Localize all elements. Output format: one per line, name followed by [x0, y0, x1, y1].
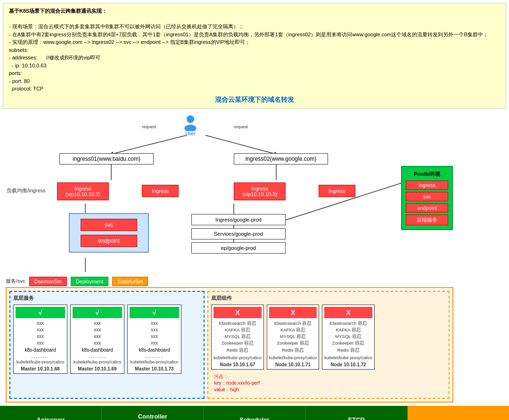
svg-point-12: [187, 115, 194, 123]
info-box: 基于K8S场景下的混合云跨集群通讯实现： - 现有场景：混合云模式下的多套集群其…: [3, 3, 506, 109]
info-line4: - 实现的原理：www.google.com --> ingress02 -->…: [9, 39, 250, 45]
worker-nodes-row: X Elasticsearch 容忍 KAFKA 容忍 MYSQL 容忍 Zoo…: [211, 305, 446, 370]
diagram-title: 混合云某环境下的域名转发: [9, 95, 500, 105]
request-label-2: request: [234, 124, 248, 129]
info-line1: [9, 16, 10, 22]
info-line3: - 在A集群中有2套ingress分别负责本集群的4层+7层负载，其中1套（in…: [9, 32, 488, 37]
info-line7: - ip: 10.10.0.63: [9, 63, 47, 68]
services-row: 服务/svc DaemonSet Deployment StatefulSet: [6, 277, 148, 286]
ingress-vip1-box: Ingress (vip10.10.10.2): [57, 182, 109, 200]
svg-line-0: [111, 135, 187, 154]
base-components: 底层组件 X Elasticsearch 容忍 KAFKA 容忍 MYSQL 容…: [207, 291, 450, 399]
base-services: 底层服务 √ xxxxxxxxxxxx k8s-dashboard ......…: [9, 291, 205, 399]
ingress-plain2-box: Ingress: [319, 185, 355, 197]
user-icon: [182, 114, 199, 131]
deployment-badge: Deployment: [71, 277, 109, 286]
prod-svc-box: svc: [406, 192, 448, 201]
master-nodes-row: √ xxxxxxxxxxxx k8s-dashboard ........ ku…: [13, 305, 201, 374]
bottom-apiserver: Apiserver: [0, 406, 102, 420]
worker-node-2: X Elasticsearch 容忍 KAFKA 容忍 MYSQL 容忍 Zoo…: [267, 305, 320, 370]
request-label-1: request: [142, 124, 156, 129]
daemonset-badge: DaemonSet: [29, 277, 67, 286]
hot-node-info: 污点： key：node.xxx/io-perf value：high: [211, 371, 446, 395]
svg-line-1: [205, 135, 276, 154]
info-line5: subsets:: [9, 47, 28, 53]
bottom-extra: [408, 406, 509, 420]
info-title: 基于K8S场景下的混合云跨集群通讯实现：: [9, 8, 107, 14]
worker-node-1: X Elasticsearch 容忍 KAFKA 容忍 MYSQL 容忍 Zoo…: [211, 305, 264, 370]
prod-env-title: ProdkI环境: [414, 171, 440, 178]
prod-backend-box: 后端服务: [406, 214, 448, 225]
info-line10: protocol: TCP: [9, 86, 43, 91]
ingress-plain1-box: Ingress: [142, 185, 179, 197]
lb-label: 负载均衡/ingress: [7, 187, 46, 194]
master-node-3: √ xxxxxxxxxxxx k8s-dashboard ........ ku…: [127, 305, 181, 374]
endpoint-box: endpoint: [81, 235, 137, 247]
worker-node-3: X Elasticsearch 容忍 KAFKA 容忍 MYSQL 容忍 Zoo…: [322, 305, 375, 370]
services-label: 服务/svc: [6, 278, 25, 285]
user-section: User: [182, 114, 199, 136]
ingress-vip2-box: Ingress (vip10.10.10.3): [234, 182, 286, 200]
diagram-container: request request User ingress01(www.baidu…: [3, 112, 501, 404]
bottom-controller-manager: ControllerManager: [102, 406, 204, 420]
google-prod-col: Ingress/google-prod Services/google-prod…: [191, 213, 286, 255]
prod-endpoint-box: endpoint: [406, 203, 448, 213]
statefulset-badge: StatefulSet: [112, 277, 148, 286]
prod-env-box: ProdkI环境 ingress svc endpoint 后端服务: [401, 166, 453, 230]
master-node-2: √ xxxxxxxxxxxx k8s-dashboard ........ ku…: [70, 305, 124, 374]
svg-point-13: [184, 124, 196, 131]
ingress01-box: ingress01(www.baidu.com): [59, 153, 154, 165]
base-services-title: 底层服务: [13, 295, 201, 302]
bottom-etcd: ETCD: [306, 406, 408, 420]
left-cluster: svc endpoint: [69, 213, 149, 253]
info-line8: ports:: [9, 70, 22, 76]
info-line9: - port: 80: [9, 78, 30, 84]
ingress02-box: ingress02(www.google.com): [234, 153, 328, 165]
bottom-bar: Apiserver ControllerManager Scheduler ET…: [0, 406, 509, 420]
info-line6: - addresses: //修改成B环境的vip即可: [9, 55, 100, 60]
bottom-scheduler: Scheduler: [204, 406, 305, 420]
cluster-section: 底层服务 √ xxxxxxxxxxxx k8s-dashboard ......…: [6, 287, 453, 403]
google-prod-box1: Ingress/google-prod: [191, 214, 286, 225]
google-prod-box2: Services/google-prod: [191, 228, 286, 239]
base-components-title: 底层组件: [211, 295, 446, 302]
svc-box: svc: [81, 219, 137, 231]
google-prod-box3: ep/google-prod: [191, 242, 286, 254]
user-label: User: [185, 131, 195, 136]
prod-ingress-box: ingress: [406, 181, 448, 190]
info-line2: - 现有场景：混合云模式下的多套集群其中B集群不可以被外网访问（已经从交换机处做…: [9, 24, 244, 29]
master-node-1: √ xxxxxxxxxxxx k8s-dashboard ........ ku…: [13, 305, 67, 374]
